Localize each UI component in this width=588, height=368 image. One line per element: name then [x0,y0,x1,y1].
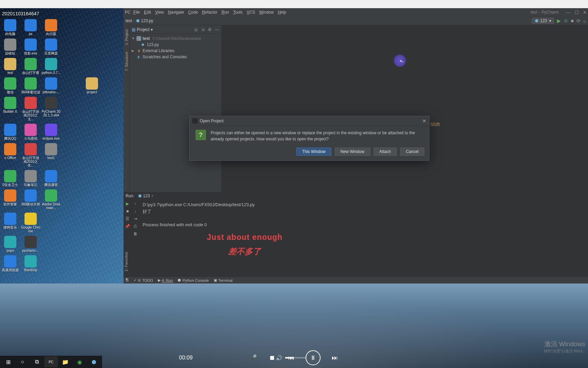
start-button[interactable]: ⊞ [1,356,15,367]
maximize-icon[interactable]: ☐ [575,10,579,15]
menu-code[interactable]: Code [186,9,200,15]
desktop-icon[interactable]: 向日葵 [41,19,61,36]
up-icon[interactable]: ↑ [134,201,136,206]
pin-icon[interactable]: 📌 [125,224,130,229]
debug-button-icon[interactable]: ⛭ [564,18,568,24]
print-icon[interactable]: ⎙ [134,224,136,229]
menu-refactor[interactable]: Refactor [200,9,219,15]
desktop-icon[interactable]: 微信 [0,77,20,94]
todo-tab[interactable]: ✓6: TODO [134,278,153,282]
desktop-icon[interactable]: Bandizip [20,255,41,272]
layout-icon[interactable]: ☰ [126,216,129,221]
gear-icon[interactable]: ⚙ [208,27,212,32]
desktop-icon[interactable]: 0安全卫士 [0,170,20,187]
tab-favorites[interactable]: 2: Favorites [124,250,129,273]
desktop-icon[interactable] [61,77,82,94]
desktop-icon[interactable]: o Office [0,143,20,167]
volume-control[interactable]: 🔊 [276,355,306,361]
tree-external-libraries[interactable]: ▶ ▮ External Libraries [130,48,220,54]
desktop-icon[interactable]: 腾讯课堂 [41,170,61,187]
close-tab-icon[interactable]: × [151,194,153,198]
breadcrumb-root[interactable]: test [126,18,132,23]
tree-root[interactable]: ▼ ▪ test C:\Users\FX50J\Desktop\test [130,35,220,42]
desktop-icon[interactable]: jetbrains-... [41,77,61,94]
desktop-icon[interactable]: 360驱动大师 [20,189,41,210]
run-button-icon[interactable]: ▶ [557,18,561,24]
desktop-icon[interactable]: 360弹窗过滤 [20,77,41,94]
search-taskbar-icon[interactable]: ○ [16,356,29,367]
stop-icon[interactable]: ■ [126,209,129,214]
run-output[interactable]: D:\py3.7\python.exe C:/Users/FX50J/Deskt… [139,199,588,277]
desktop-icon[interactable]: 小鸟壁纸 [20,124,41,140]
menu-tools[interactable]: Tools [231,9,245,15]
stop-button-icon[interactable]: ■ [571,18,574,24]
tree-scratches[interactable]: ◧ Scratches and Consoles [130,54,220,60]
desktop-icon[interactable]: 软件管家 [0,189,20,210]
target-icon[interactable]: ◎ [194,27,198,32]
tab-structure[interactable]: 7: Structure [125,49,129,74]
search-icon[interactable]: ⌕ [583,18,586,24]
desktop-icon[interactable]: Adobe Dreamwe... [41,189,61,210]
run-tab-bottom[interactable]: ▶4: Run [158,278,173,282]
desktop-icon[interactable]: 回收站 [0,39,20,55]
desktop-icon[interactable]: 金山打字游戏2010之生... [20,143,41,167]
desktop-icon[interactable]: project [82,77,102,94]
desktop-icon[interactable]: popo [0,236,20,252]
hide-icon[interactable]: — [215,27,219,32]
desktop-icon[interactable]: test [0,58,20,75]
run-config-selector[interactable]: ⬢ 123 ▾ [532,18,554,24]
wrap-icon[interactable]: ⇥ [134,216,137,221]
menu-window[interactable]: Window [257,9,276,15]
task-view-icon[interactable]: ⧉ [30,356,44,367]
dialog-close-icon[interactable]: ✕ [422,118,426,124]
star-icon[interactable]: ★ [125,277,129,281]
desktop-icon[interactable]: Builder X [0,97,20,121]
chevron-down-icon[interactable]: ▾ [151,27,153,32]
cancel-button[interactable]: Cancel [400,148,424,156]
desktop-icon[interactable]: ps [20,19,41,36]
menu-navigate[interactable]: Navigate [166,9,186,15]
terminal-tab[interactable]: ▣Terminal [214,278,233,282]
desktop-icon[interactable]: 此电脑 [0,19,20,36]
run-tab[interactable]: ⬢ 123 × [136,194,156,198]
menu-file[interactable]: File [131,9,142,15]
trash-icon[interactable]: 🗑 [133,231,137,236]
taskbar-app-file[interactable]: 📁 [59,356,72,367]
desktop-icon[interactable]: test1 [41,143,61,167]
minimize-icon[interactable]: — [566,10,571,15]
desktop-icon[interactable]: PyCharm 2020.1.3 x64 [41,97,61,121]
taskbar-app-other[interactable]: ⬢ [87,356,101,367]
desktop-icon[interactable]: Google Chrome [20,213,41,233]
tab-project[interactable]: 1: Project [125,27,129,48]
volume-slider[interactable] [285,357,306,358]
desktop-icon[interactable]: eclipse.exe [41,124,61,140]
rerun-icon[interactable]: ▶ [126,201,129,206]
desktop-icon[interactable]: python-3.7... [41,58,61,75]
project-panel-title[interactable]: Project [137,27,149,32]
close-icon[interactable]: ✕ [583,10,587,15]
menu-run[interactable]: Run [219,9,231,15]
menu-edit[interactable]: Edit [142,9,153,15]
volume-icon[interactable]: 🔊 [276,355,282,361]
menu-vcs[interactable]: VCS [245,9,257,15]
this-window-button[interactable]: This Window [296,148,331,156]
taskbar-app-chrome[interactable]: ◉ [73,356,86,367]
update-icon[interactable]: ⟳ [576,18,581,24]
collapse-icon[interactable]: ⇲ [201,27,205,32]
expand-arrow-icon[interactable]: ▼ [132,37,135,40]
desktop-icon[interactable]: 投影.exe [20,39,41,55]
tree-file[interactable]: ⬢ 123.py [130,42,220,48]
desktop-icon[interactable]: 金山打字通 [20,58,41,75]
attach-button[interactable]: Attach [374,148,397,156]
down-icon[interactable]: ↓ [134,209,136,214]
python-console-tab[interactable]: ⬢Python Console [178,278,209,282]
menu-help[interactable]: Help [276,9,288,15]
taskbar-app-pycharm[interactable]: PC [44,356,58,367]
desktop-icon[interactable]: 金山打字游戏2010之太... [20,97,41,121]
breadcrumb-file[interactable]: 123.py [141,18,153,23]
desktop-icon[interactable]: 搜狗音乐 [0,213,20,233]
desktop-icon[interactable]: 高速浏览器 [0,255,20,272]
new-window-button[interactable]: New Window [335,148,370,156]
desktop-icon[interactable]: 腾讯QQ [0,124,20,140]
mic-icon[interactable]: 🎤 [248,353,258,363]
